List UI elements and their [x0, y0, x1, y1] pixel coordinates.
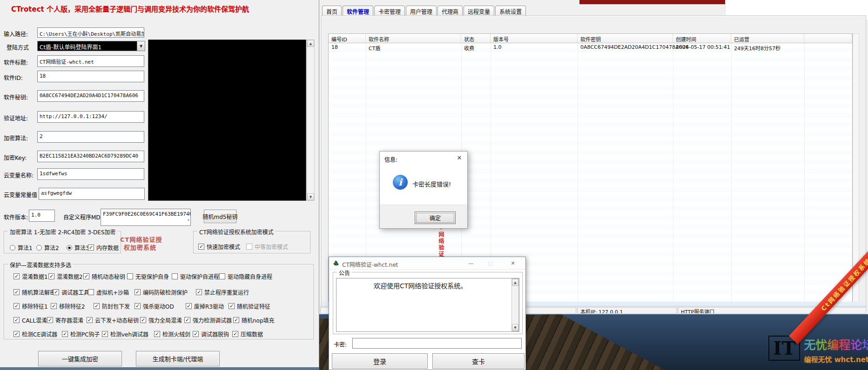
checkbox-label: 云下发+动态秘钥 — [95, 316, 139, 324]
checkbox-memory-data[interactable]: ✓ 内存数据 — [88, 244, 119, 251]
protect-checkbox[interactable]: 无驱保护自身 — [127, 272, 169, 280]
up-icon[interactable]: ▲ — [188, 210, 189, 214]
groupbox-title: 公告 — [337, 269, 352, 277]
protect-checkbox[interactable]: ✓移除特征2 — [51, 302, 85, 310]
checkbox-icon — [219, 273, 225, 279]
radio-algo3[interactable]: ● 算法3 — [67, 244, 89, 251]
notice-scrollbar[interactable]: ▲ ▼ — [511, 278, 519, 331]
protect-checkbox[interactable]: ✓调试器脱钩 — [193, 330, 229, 338]
protect-checkbox[interactable]: ✓禁止程序重复运行 — [196, 288, 249, 296]
input-path-field[interactable]: C:\Users\王在小酙\Desktop\凯斯自动易加密工具正式 — [37, 27, 144, 38]
down-icon[interactable]: ▼ — [188, 218, 189, 222]
scroll-down-icon[interactable]: ▼ — [307, 193, 314, 200]
checkbox-label: 压缩数据 — [241, 330, 263, 338]
protect-checkbox[interactable]: ✓检测CE调试器 — [13, 330, 57, 338]
dialog-title: 信息: — [384, 155, 397, 163]
cell-created: 2024-05-17 00:51:41 — [673, 44, 730, 50]
checkbox-icon: ✓ — [135, 303, 141, 309]
protect-checkbox[interactable]: ✓压缩数据 — [232, 330, 263, 338]
checkbox-label: 混淆数据1 — [22, 272, 48, 280]
scroll-up-icon[interactable]: ▲ — [512, 279, 518, 286]
protect-checkbox[interactable]: ✓编码防破检测保护 — [135, 288, 188, 296]
login-mode-dropdown[interactable]: Ct盾-默认单码登陆界面1 ▼ — [37, 41, 145, 51]
radio-label: 算法3 — [74, 244, 89, 251]
checkbox-icon: ✓ — [13, 273, 20, 279]
chevron-down-icon[interactable]: ▼ — [137, 41, 145, 51]
card-key-input[interactable] — [352, 338, 522, 349]
protect-checkbox[interactable]: ✓随机动态秘钥 — [83, 272, 125, 280]
software-version-field[interactable]: 1.0 — [29, 210, 55, 222]
column-header[interactable]: 已运营 — [731, 34, 804, 43]
column-header[interactable]: 编号ID — [329, 34, 366, 43]
scroll-down-icon[interactable]: ▼ — [512, 324, 518, 331]
column-header[interactable]: 版本号 — [491, 34, 578, 43]
protect-checkbox[interactable]: ✓强杀驱动OD — [135, 302, 174, 310]
field-label: 验证地址: — [4, 114, 28, 122]
checkbox-icon: ✓ — [184, 317, 190, 323]
radio-algo2[interactable]: 算法2 — [36, 244, 59, 251]
column-header[interactable]: 创建时间 — [673, 34, 731, 43]
protect-checkbox[interactable]: ✓调试器工具 — [53, 288, 89, 296]
preview-scrollbar[interactable]: ▲ ▼ — [307, 40, 315, 201]
protect-checkbox[interactable]: ✓混淆数据1 — [13, 272, 48, 280]
custom-md5-textarea[interactable]: F39FC9F0E26C0E69C41F63BE1974CF2A ▲ ▼ — [101, 209, 191, 226]
info-icon: i — [393, 175, 408, 190]
checkbox-label: 检测CE调试器 — [22, 330, 57, 338]
column-header[interactable]: 软件名称 — [366, 34, 461, 43]
protect-checkbox[interactable]: ✓云下发+动态秘钥 — [87, 316, 139, 324]
protect-checkbox[interactable]: ✓寄存器混淆 — [47, 316, 83, 324]
protect-checkbox[interactable]: ✓随机nop填充 — [233, 316, 275, 324]
field-label: 加密算法: — [4, 134, 28, 142]
cloud-var-value-field[interactable]: asfgwegfdw — [39, 188, 145, 200]
protect-checkbox[interactable]: ✓随机算法解密 — [13, 288, 55, 296]
cell-id: 18 — [329, 44, 338, 50]
software-title-field[interactable]: CT网络验证-whct.net — [37, 55, 144, 67]
generate-client-button[interactable]: 生成制卡端/代理端 — [136, 351, 220, 366]
protect-checkbox[interactable]: 驱动保护自进程 — [172, 272, 219, 280]
cell-name: CT盾 — [366, 44, 380, 52]
close-icon[interactable]: ✕ — [505, 257, 521, 269]
titlebar-fragment — [579, 0, 725, 4]
encrypt-key-field[interactable]: B2EC115821EA3240BD2AC6D79289DC40 — [37, 151, 144, 162]
checkbox-icon: ✓ — [193, 331, 199, 337]
protect-checkbox[interactable]: ✓检测PC钩子 — [62, 330, 100, 338]
software-id-field[interactable]: 18 — [37, 71, 144, 82]
protect-checkbox[interactable]: 驱动隐藏自身进程 — [219, 272, 272, 280]
protect-checkbox[interactable]: ✓检测火绒剑 — [154, 330, 190, 338]
cloud-var-name-field[interactable]: 1sdfwefws — [37, 168, 144, 180]
protect-checkbox[interactable]: ✓混淆数据2 — [48, 272, 83, 280]
protect-checkbox[interactable]: ✓移除特征1 — [13, 302, 48, 310]
close-icon[interactable]: ✕ — [454, 154, 464, 163]
verify-url-field[interactable]: http://127.0.0.1:1234/ — [37, 111, 144, 123]
random-md5-button[interactable]: 随机md5秘钥 — [204, 210, 236, 223]
field-label: 登陆方式 — [7, 43, 29, 51]
column-header[interactable]: 状态 — [461, 34, 491, 43]
checkbox-label: 防封包下发 — [102, 302, 130, 310]
table-row[interactable]: 18 CT盾 收费 1.0 0A8CC67494DE2AD20A4D1C1704… — [329, 43, 852, 51]
protect-checkbox[interactable]: ✓CALL混淆 — [13, 316, 47, 324]
notice-textarea[interactable]: 欢迎使用CT网络验证授权系统。 ▲ ▼ — [336, 278, 519, 332]
spinner-icons[interactable]: ▲ ▼ — [188, 210, 189, 222]
card-key-label: 卡密: — [334, 340, 347, 348]
login-button[interactable]: 登录 — [332, 353, 428, 369]
protect-checkbox[interactable]: 虚拟机+沙箱 — [88, 288, 129, 296]
checkbox-fast-mode[interactable]: ✓ 快速加密模式 — [198, 243, 240, 251]
protect-checkbox[interactable]: ✓强力全局混淆 — [140, 316, 182, 324]
protect-checkbox[interactable]: ✓废掉R3驱动 — [186, 302, 224, 310]
column-header[interactable]: 软件密钥 — [578, 34, 673, 43]
checkbox-label: 寄存器混淆 — [55, 316, 83, 324]
protect-checkbox[interactable]: ✓随机验证特征 — [229, 302, 270, 310]
radio-algo1[interactable]: 算法1 — [10, 244, 33, 251]
protect-checkbox[interactable]: ✓防封包下发 — [94, 302, 130, 310]
ok-button[interactable]: 确定 — [415, 211, 456, 224]
software-secret-field[interactable]: 0A8CC67494DE2AD20A4D1C170478A606 — [37, 90, 144, 102]
protect-checkbox[interactable]: ✓强力检测调试器 — [184, 316, 232, 324]
protect-checkbox[interactable]: ✓检测veh调试器 — [102, 330, 148, 338]
minimize-icon[interactable]: — — [463, 257, 479, 269]
field-label: 输入路径: — [4, 30, 28, 38]
check-card-button[interactable]: 查卡 — [432, 353, 525, 369]
encrypt-algo-field[interactable]: 2 — [37, 131, 144, 143]
checkbox-label: 检测PC钩子 — [70, 330, 100, 338]
integrate-encrypt-button[interactable]: 一键集成加密 — [38, 351, 122, 366]
scroll-up-icon[interactable]: ▲ — [307, 40, 314, 47]
